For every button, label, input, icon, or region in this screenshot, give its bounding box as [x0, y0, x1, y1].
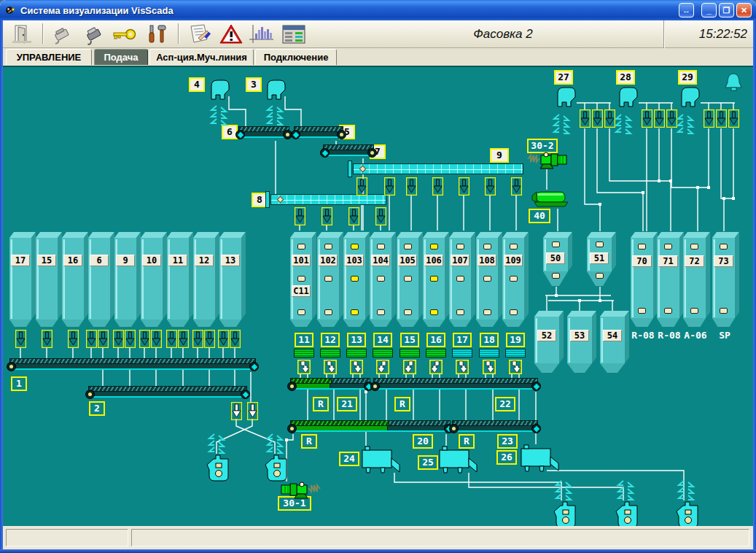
tab-podacha[interactable]: Подача — [94, 49, 148, 65]
discharge-arrow[interactable] — [356, 177, 367, 196]
gate-tag-18[interactable]: 18 — [480, 333, 499, 347]
slide-gate-19[interactable] — [505, 349, 526, 357]
discharge-arrow[interactable] — [728, 109, 739, 128]
discharge-arrow[interactable] — [15, 330, 26, 348]
cyclone-28[interactable] — [617, 86, 640, 108]
maximize-button[interactable]: ❐ — [719, 3, 734, 18]
silo-plate-10[interactable]: 10 — [142, 255, 161, 266]
discharge-arrow[interactable] — [139, 330, 150, 348]
conveyor-21[interactable] — [290, 378, 370, 392]
cyclone-3[interactable] — [265, 79, 288, 101]
discharge-arrow[interactable] — [716, 109, 727, 128]
access-key-icon[interactable] — [111, 22, 139, 46]
discharge-arrow[interactable] — [642, 109, 652, 128]
discharge-arrow[interactable] — [192, 330, 203, 348]
slide-gate-17[interactable] — [452, 349, 472, 357]
equipment-tag-29[interactable]: 29 — [678, 70, 697, 85]
silo-plate-72[interactable]: 72 — [685, 255, 704, 267]
reverse-tag[interactable]: R — [313, 397, 329, 411]
silo-sublabel-c11[interactable]: C11 — [292, 285, 311, 297]
silo-13[interactable] — [219, 232, 246, 327]
silo-12[interactable] — [193, 232, 219, 327]
screw-conveyor-9[interactable] — [353, 163, 523, 174]
conveyor-22[interactable] — [373, 378, 538, 392]
packing-machine-26[interactable] — [515, 444, 559, 473]
gate-route-arrow[interactable] — [350, 360, 363, 374]
elevator-boot[interactable] — [206, 454, 230, 482]
packing-machine-24[interactable] — [356, 446, 400, 475]
silo-plate-108[interactable]: 108 — [478, 255, 496, 266]
silo-plate-15[interactable]: 15 — [37, 255, 56, 266]
elevator-boot[interactable] — [675, 500, 700, 528]
silo-plate-6[interactable]: 6 — [90, 255, 109, 266]
discharge-arrow[interactable] — [295, 207, 305, 225]
equipment-tag-28[interactable]: 28 — [616, 70, 635, 85]
discharge-arrow[interactable] — [511, 177, 522, 196]
discharge-arrow[interactable] — [406, 177, 417, 196]
equipment-tag-3[interactable]: 3 — [246, 77, 262, 92]
discharge-arrow[interactable] — [432, 177, 443, 196]
gate-route-arrow[interactable] — [483, 360, 496, 374]
tab-podkluchenie[interactable]: Подключение — [255, 49, 337, 65]
silo-6[interactable] — [88, 232, 114, 327]
slide-gate-16[interactable] — [426, 349, 446, 357]
conveyor-1[interactable] — [9, 358, 256, 372]
exit-door-icon[interactable] — [9, 22, 36, 46]
gate-route-arrow[interactable] — [297, 360, 311, 374]
discharge-arrow[interactable] — [204, 330, 215, 348]
gate-route-arrow[interactable] — [324, 360, 337, 374]
tab-upravlenie[interactable]: УПРАВЛЕНИЕ — [6, 49, 92, 65]
gate-tag-15[interactable]: 15 — [400, 333, 419, 347]
discharge-arrow[interactable] — [42, 330, 52, 348]
conveyor-23[interactable] — [452, 420, 538, 434]
silo-plate-107[interactable]: 107 — [451, 255, 469, 266]
conveyor-6[interactable] — [238, 126, 289, 140]
screw-conveyor-8[interactable] — [270, 194, 386, 205]
silo-plate-101[interactable]: 101 — [292, 255, 311, 266]
silo-10[interactable] — [141, 232, 167, 327]
packing-machine-25[interactable] — [434, 446, 478, 475]
discharge-arrow[interactable] — [86, 330, 97, 348]
discharge-arrow[interactable] — [166, 330, 177, 348]
elevator-boot[interactable] — [615, 500, 639, 528]
cyclone-27[interactable] — [555, 86, 578, 108]
silo-plate-51[interactable]: 51 — [590, 252, 609, 264]
title-bar[interactable]: Система визуализации VisScada ↔ _ ❐ ✕ — [0, 0, 756, 20]
cyclone-4[interactable] — [209, 79, 232, 101]
gate-tag-17[interactable]: 17 — [453, 333, 472, 347]
silo-16[interactable] — [62, 232, 88, 327]
discharge-arrow[interactable] — [592, 109, 603, 128]
minimize-button[interactable]: _ — [701, 3, 717, 18]
silo-9[interactable] — [114, 232, 141, 327]
discharge-arrow[interactable] — [485, 177, 496, 196]
discharge-arrow[interactable] — [322, 207, 332, 225]
alarm-warning-icon[interactable] — [217, 22, 245, 46]
slide-gate-15[interactable] — [400, 349, 420, 357]
silo-plate-12[interactable]: 12 — [195, 255, 214, 266]
equipment-tag-4[interactable]: 4 — [189, 77, 205, 92]
silo-plate-106[interactable]: 106 — [424, 255, 443, 266]
silo-plate-13[interactable]: 13 — [221, 255, 240, 266]
silo-17[interactable] — [9, 232, 36, 327]
service-tools-icon[interactable] — [143, 22, 171, 46]
equipment-tag-1[interactable]: 1 — [11, 376, 27, 391]
slide-gate-11[interactable] — [294, 349, 314, 357]
elevator-boot[interactable] — [264, 454, 289, 482]
gate-route-arrow[interactable] — [376, 360, 389, 374]
com-port-1-icon[interactable] — [48, 22, 76, 46]
discharge-arrow[interactable] — [98, 330, 109, 348]
gate-tag-16[interactable]: 16 — [426, 333, 445, 347]
silo-plate-9[interactable]: 9 — [116, 255, 135, 266]
value-table-icon[interactable] — [280, 22, 308, 46]
restore-window-button[interactable]: ↔ — [679, 3, 694, 18]
conveyor-20[interactable] — [290, 420, 451, 434]
silo-plate-50[interactable]: 50 — [546, 252, 565, 264]
conveyor-7[interactable] — [323, 144, 374, 158]
conveyor-tag-20[interactable]: 20 — [413, 434, 433, 449]
silo-plate-54[interactable]: 54 — [603, 330, 622, 341]
discharge-arrow[interactable] — [580, 109, 591, 128]
equipment-tag-27[interactable]: 27 — [554, 70, 573, 85]
gate-route-arrow[interactable] — [403, 360, 416, 374]
silo-11[interactable] — [167, 232, 193, 327]
silo-54[interactable] — [600, 311, 629, 373]
